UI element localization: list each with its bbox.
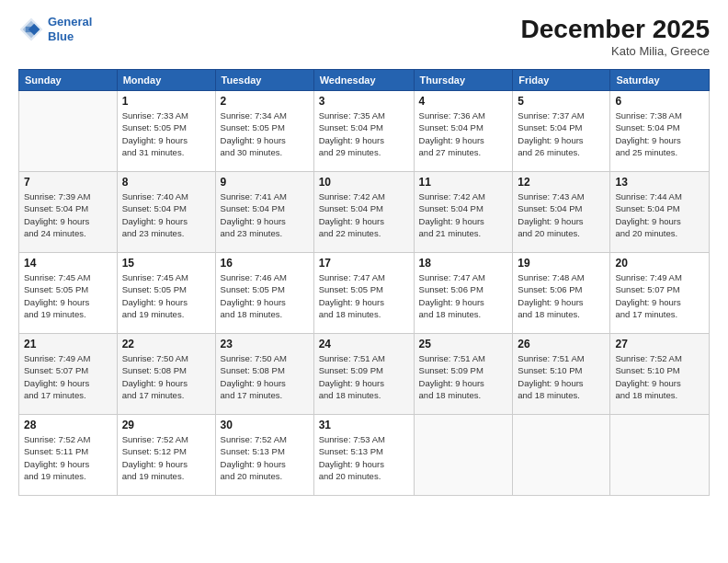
month-title: December 2025	[521, 15, 710, 44]
day-info: Sunrise: 7:33 AM Sunset: 5:05 PM Dayligh…	[122, 109, 210, 158]
day-number: 8	[122, 176, 210, 189]
table-row: 12Sunrise: 7:43 AM Sunset: 5:04 PM Dayli…	[513, 172, 610, 253]
day-number: 16	[221, 257, 309, 270]
day-number: 24	[319, 338, 409, 350]
day-info: Sunrise: 7:51 AM Sunset: 5:09 PM Dayligh…	[419, 352, 508, 401]
day-info: Sunrise: 7:36 AM Sunset: 5:04 PM Dayligh…	[419, 109, 508, 158]
day-info: Sunrise: 7:51 AM Sunset: 5:09 PM Dayligh…	[319, 352, 409, 401]
table-row: 18Sunrise: 7:47 AM Sunset: 5:06 PM Dayli…	[414, 253, 513, 334]
table-row: 16Sunrise: 7:46 AM Sunset: 5:05 PM Dayli…	[215, 253, 313, 334]
col-tuesday: Tuesday	[215, 70, 313, 91]
col-saturday: Saturday	[610, 70, 710, 91]
day-info: Sunrise: 7:46 AM Sunset: 5:05 PM Dayligh…	[221, 271, 309, 320]
table-row: 28Sunrise: 7:52 AM Sunset: 5:11 PM Dayli…	[19, 415, 118, 496]
table-row: 7Sunrise: 7:39 AM Sunset: 5:04 PM Daylig…	[19, 172, 118, 253]
table-row: 15Sunrise: 7:45 AM Sunset: 5:05 PM Dayli…	[117, 253, 215, 334]
table-row: 14Sunrise: 7:45 AM Sunset: 5:05 PM Dayli…	[19, 253, 118, 334]
logo-icon	[18, 17, 44, 42]
day-number: 10	[319, 176, 409, 189]
day-number: 4	[419, 95, 508, 108]
day-info: Sunrise: 7:52 AM Sunset: 5:13 PM Dayligh…	[221, 433, 309, 482]
day-number: 15	[122, 257, 210, 270]
location-subtitle: Kato Milia, Greece	[521, 44, 710, 58]
table-row	[19, 91, 118, 172]
day-number: 3	[319, 95, 409, 108]
table-row: 4Sunrise: 7:36 AM Sunset: 5:04 PM Daylig…	[414, 91, 513, 172]
table-row: 21Sunrise: 7:49 AM Sunset: 5:07 PM Dayli…	[19, 334, 118, 415]
day-number: 17	[319, 257, 409, 270]
day-info: Sunrise: 7:50 AM Sunset: 5:08 PM Dayligh…	[122, 352, 210, 401]
day-info: Sunrise: 7:50 AM Sunset: 5:08 PM Dayligh…	[221, 352, 309, 401]
day-info: Sunrise: 7:42 AM Sunset: 5:04 PM Dayligh…	[419, 190, 508, 239]
table-row: 13Sunrise: 7:44 AM Sunset: 5:04 PM Dayli…	[610, 172, 710, 253]
day-info: Sunrise: 7:45 AM Sunset: 5:05 PM Dayligh…	[122, 271, 210, 320]
table-row: 17Sunrise: 7:47 AM Sunset: 5:05 PM Dayli…	[313, 253, 414, 334]
day-number: 9	[221, 176, 309, 189]
day-number: 26	[518, 338, 605, 350]
table-row: 6Sunrise: 7:38 AM Sunset: 5:04 PM Daylig…	[610, 91, 710, 172]
table-row: 31Sunrise: 7:53 AM Sunset: 5:13 PM Dayli…	[313, 415, 414, 496]
day-info: Sunrise: 7:47 AM Sunset: 5:05 PM Dayligh…	[319, 271, 409, 320]
table-row: 26Sunrise: 7:51 AM Sunset: 5:10 PM Dayli…	[513, 334, 610, 415]
day-number: 23	[221, 338, 309, 350]
table-row: 5Sunrise: 7:37 AM Sunset: 5:04 PM Daylig…	[513, 91, 610, 172]
day-info: Sunrise: 7:48 AM Sunset: 5:06 PM Dayligh…	[518, 271, 605, 320]
logo-line2: Blue	[48, 29, 74, 43]
table-row: 19Sunrise: 7:48 AM Sunset: 5:06 PM Dayli…	[513, 253, 610, 334]
day-info: Sunrise: 7:42 AM Sunset: 5:04 PM Dayligh…	[319, 190, 409, 239]
day-info: Sunrise: 7:45 AM Sunset: 5:05 PM Dayligh…	[24, 271, 112, 320]
header-row: Sunday Monday Tuesday Wednesday Thursday…	[19, 70, 710, 91]
day-number: 13	[615, 176, 704, 189]
col-monday: Monday	[117, 70, 215, 91]
day-number: 7	[24, 176, 112, 189]
day-info: Sunrise: 7:39 AM Sunset: 5:04 PM Dayligh…	[24, 190, 112, 239]
day-info: Sunrise: 7:49 AM Sunset: 5:07 PM Dayligh…	[615, 271, 704, 320]
logo-line1: General	[48, 15, 92, 29]
table-row	[414, 415, 513, 496]
calendar-body: 1Sunrise: 7:33 AM Sunset: 5:05 PM Daylig…	[19, 91, 710, 496]
day-info: Sunrise: 7:52 AM Sunset: 5:12 PM Dayligh…	[122, 433, 210, 482]
day-number: 18	[419, 257, 508, 270]
table-row: 24Sunrise: 7:51 AM Sunset: 5:09 PM Dayli…	[313, 334, 414, 415]
day-info: Sunrise: 7:53 AM Sunset: 5:13 PM Dayligh…	[319, 433, 409, 482]
day-number: 31	[319, 419, 409, 431]
day-number: 22	[122, 338, 210, 350]
day-number: 11	[419, 176, 508, 189]
day-number: 19	[518, 257, 605, 270]
logo-text: General Blue	[48, 15, 92, 43]
table-row: 23Sunrise: 7:50 AM Sunset: 5:08 PM Dayli…	[215, 334, 313, 415]
title-block: December 2025 Kato Milia, Greece	[521, 15, 710, 58]
day-info: Sunrise: 7:44 AM Sunset: 5:04 PM Dayligh…	[615, 190, 704, 239]
day-info: Sunrise: 7:41 AM Sunset: 5:04 PM Dayligh…	[221, 190, 309, 239]
day-info: Sunrise: 7:43 AM Sunset: 5:04 PM Dayligh…	[518, 190, 605, 239]
page: General Blue December 2025 Kato Milia, G…	[0, 0, 728, 563]
day-number: 5	[518, 95, 605, 108]
day-number: 6	[615, 95, 704, 108]
table-row: 29Sunrise: 7:52 AM Sunset: 5:12 PM Dayli…	[117, 415, 215, 496]
table-row	[610, 415, 710, 496]
col-thursday: Thursday	[414, 70, 513, 91]
calendar-header: Sunday Monday Tuesday Wednesday Thursday…	[19, 70, 710, 91]
table-row: 10Sunrise: 7:42 AM Sunset: 5:04 PM Dayli…	[313, 172, 414, 253]
col-sunday: Sunday	[19, 70, 118, 91]
col-friday: Friday	[513, 70, 610, 91]
day-info: Sunrise: 7:34 AM Sunset: 5:05 PM Dayligh…	[221, 109, 309, 158]
day-info: Sunrise: 7:40 AM Sunset: 5:04 PM Dayligh…	[122, 190, 210, 239]
table-row: 1Sunrise: 7:33 AM Sunset: 5:05 PM Daylig…	[117, 91, 215, 172]
day-info: Sunrise: 7:35 AM Sunset: 5:04 PM Dayligh…	[319, 109, 409, 158]
day-number: 30	[221, 419, 309, 431]
day-info: Sunrise: 7:37 AM Sunset: 5:04 PM Dayligh…	[518, 109, 605, 158]
svg-marker-3	[26, 26, 33, 31]
day-number: 12	[518, 176, 605, 189]
table-row: 8Sunrise: 7:40 AM Sunset: 5:04 PM Daylig…	[117, 172, 215, 253]
day-number: 20	[615, 257, 704, 270]
table-row: 27Sunrise: 7:52 AM Sunset: 5:10 PM Dayli…	[610, 334, 710, 415]
table-row: 11Sunrise: 7:42 AM Sunset: 5:04 PM Dayli…	[414, 172, 513, 253]
day-info: Sunrise: 7:52 AM Sunset: 5:10 PM Dayligh…	[615, 352, 704, 401]
table-row: 3Sunrise: 7:35 AM Sunset: 5:04 PM Daylig…	[313, 91, 414, 172]
table-row: 20Sunrise: 7:49 AM Sunset: 5:07 PM Dayli…	[610, 253, 710, 334]
table-row: 2Sunrise: 7:34 AM Sunset: 5:05 PM Daylig…	[215, 91, 313, 172]
table-row: 22Sunrise: 7:50 AM Sunset: 5:08 PM Dayli…	[117, 334, 215, 415]
col-wednesday: Wednesday	[313, 70, 414, 91]
header: General Blue December 2025 Kato Milia, G…	[18, 15, 710, 58]
